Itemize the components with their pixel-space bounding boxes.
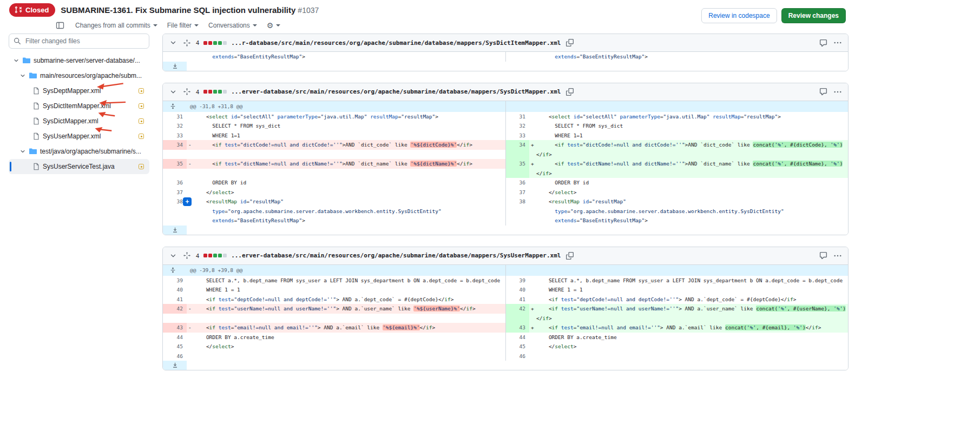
new-line-number[interactable]: 46 — [505, 352, 529, 361]
new-line-number[interactable] — [505, 52, 529, 62]
add-line-comment-button[interactable]: + — [183, 197, 192, 206]
old-line-number[interactable] — [163, 216, 187, 226]
old-line-number[interactable]: 40 — [163, 285, 187, 295]
old-line-number[interactable] — [163, 52, 187, 62]
new-line-number[interactable]: 41 — [505, 295, 529, 304]
diff-file-card: 4...r-database/src/main/resources/org/ap… — [162, 34, 849, 71]
new-line-number[interactable]: 33 — [505, 131, 529, 141]
chevron-down-icon — [194, 24, 199, 29]
file-tree: submarine-server/server-database/...main… — [9, 53, 149, 174]
old-line-number[interactable]: 34 — [163, 140, 187, 150]
new-line-code: + <if test="email!=null and email!=''"> … — [529, 323, 848, 333]
tree-folder-main-resources-org-apache-subm[interactable]: main/resources/org/apache/subm... — [9, 68, 149, 83]
filter-changed-files-input[interactable] — [9, 34, 149, 49]
file-filter-dropdown[interactable]: File filter — [167, 22, 199, 29]
new-line-code: + <if test="userName!=null and userName!… — [529, 304, 848, 314]
new-line-number[interactable]: 42 — [505, 304, 529, 314]
expand-hunk-cell — [163, 265, 187, 276]
copy-path-icon[interactable] — [565, 87, 575, 97]
new-line-code: + <if test="dictCode!=null and dictCode!… — [529, 140, 848, 150]
tree-folder-label: main/resources/org/apache/subm... — [40, 72, 142, 79]
new-line-code: </select> — [529, 342, 848, 352]
collapse-file-chevron-icon[interactable] — [168, 38, 178, 48]
new-line-number[interactable] — [505, 150, 529, 160]
kebab-menu-icon[interactable] — [833, 87, 843, 97]
tree-file-sysusermapper-xml[interactable]: SysUserMapper.xml — [9, 129, 149, 144]
conversations-dropdown[interactable]: Conversations — [208, 22, 257, 29]
new-line-number[interactable]: 34 — [505, 140, 529, 150]
review-in-codespace-button[interactable]: Review in codespace — [701, 8, 777, 23]
old-line-number[interactable]: 31 — [163, 112, 187, 122]
new-line-number[interactable]: 39 — [505, 276, 529, 286]
new-line-number[interactable] — [505, 169, 529, 178]
old-line-number[interactable]: 33 — [163, 131, 187, 141]
old-line-number[interactable] — [163, 169, 187, 178]
toggle-file-tree-button[interactable] — [55, 20, 65, 31]
new-line-code: </if> — [529, 314, 848, 323]
new-line-number[interactable]: 38 — [505, 197, 529, 207]
expand-down-button[interactable] — [163, 226, 187, 235]
old-line-number[interactable]: 37 — [163, 188, 187, 197]
old-line-number[interactable]: 44 — [163, 333, 187, 342]
old-line-number[interactable]: 43 — [163, 323, 187, 333]
new-line-number[interactable] — [505, 314, 529, 323]
old-line-number[interactable]: 35 — [163, 159, 187, 169]
diff-file-header: 4...erver-database/src/main/resources/or… — [163, 247, 848, 265]
tree-folder-test-java-org-apache-submarine-s[interactable]: test/java/org/apache/submarine/s... — [9, 144, 149, 159]
diff-body: @@ -31,8 +31,8 @@31 <select id="selectAl… — [163, 101, 848, 235]
move-handle-icon[interactable] — [182, 87, 192, 96]
old-line-number[interactable]: 42 — [163, 304, 187, 314]
copy-path-icon[interactable] — [565, 38, 575, 48]
old-line-number[interactable]: 39 — [163, 276, 187, 286]
expand-hunk-button[interactable] — [163, 265, 183, 276]
new-line-number[interactable] — [505, 216, 529, 226]
diff-line-row: </if> — [163, 150, 848, 160]
expand-down-button[interactable] — [163, 62, 187, 71]
review-changes-button[interactable]: Review changes — [781, 8, 846, 23]
new-line-number[interactable] — [505, 207, 529, 216]
new-line-number[interactable]: 35 — [505, 159, 529, 169]
new-line-number[interactable]: 40 — [505, 285, 529, 295]
old-line-number[interactable]: 36 — [163, 178, 187, 188]
collapse-file-chevron-icon[interactable] — [168, 251, 178, 261]
tree-folder-submarine-server-server-database[interactable]: submarine-server/server-database/... — [9, 53, 149, 68]
old-line-number[interactable]: 38+ — [163, 197, 187, 207]
diffstat-square-add — [218, 90, 222, 94]
old-line-number[interactable]: 32 — [163, 121, 187, 131]
tree-file-label: SysDictMapper.xml — [43, 117, 98, 125]
move-handle-icon[interactable] — [182, 38, 192, 48]
new-line-number[interactable]: 31 — [505, 112, 529, 122]
move-handle-icon[interactable] — [182, 251, 192, 260]
old-line-number[interactable] — [163, 314, 187, 323]
comment-icon[interactable] — [818, 87, 828, 97]
tree-file-sysdictmapper-xml[interactable]: SysDictMapper.xml — [9, 114, 149, 129]
old-line-number[interactable]: 41 — [163, 295, 187, 304]
kebab-menu-icon[interactable] — [833, 251, 843, 261]
changes-from-dropdown[interactable]: Changes from all commits — [75, 22, 157, 29]
old-line-code: type="org.apache.submarine.server.databa… — [187, 207, 505, 216]
comment-icon[interactable] — [818, 250, 828, 261]
new-line-code: extends="BaseEntityResultMap"> — [529, 52, 848, 62]
old-line-number[interactable]: 46 — [163, 352, 187, 361]
collapse-file-chevron-icon[interactable] — [168, 87, 178, 97]
expand-hunk-button[interactable] — [163, 101, 183, 112]
new-line-number[interactable]: 32 — [505, 121, 529, 131]
new-line-number[interactable]: 44 — [505, 333, 529, 342]
new-line-number[interactable]: 45 — [505, 342, 529, 352]
diff-settings-gear-button[interactable]: ⚙ — [267, 22, 281, 29]
tree-file-sysdictitemmapper-xml[interactable]: SysDictItemMapper.xml — [9, 98, 149, 114]
tree-file-sysuserservicetest-java[interactable]: SysUserServiceTest.java — [9, 159, 149, 174]
old-line-code: <if test="deptCode!=null and deptCode!='… — [187, 295, 505, 304]
old-line-number[interactable] — [163, 150, 187, 160]
comment-icon[interactable] — [818, 38, 828, 48]
new-line-number[interactable]: 37 — [505, 188, 529, 197]
kebab-menu-icon[interactable] — [833, 38, 843, 48]
old-line-number[interactable] — [163, 207, 187, 216]
old-line-number[interactable]: 45 — [163, 342, 187, 352]
new-line-number[interactable]: 36 — [505, 178, 529, 188]
copy-path-icon[interactable] — [565, 251, 575, 261]
tree-file-sysdeptmapper-xml[interactable]: SysDeptMapper.xml — [9, 83, 149, 98]
expand-down-button[interactable] — [163, 361, 187, 370]
new-line-number[interactable]: 43 — [505, 323, 529, 333]
new-line-code: type="org.apache.submarine.server.databa… — [529, 207, 848, 216]
